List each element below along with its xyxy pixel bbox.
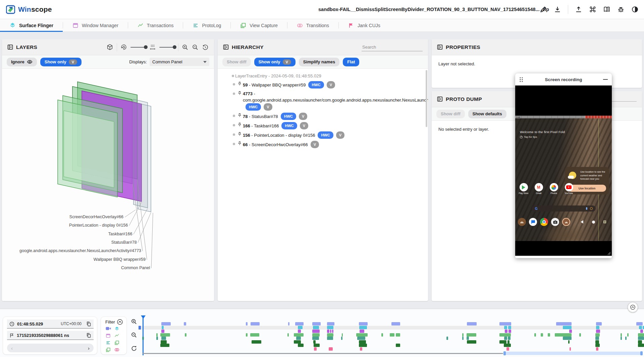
timeline-block-view-capture-b[interactable]: [160, 344, 169, 347]
timeline-block-protolog[interactable]: [508, 337, 511, 340]
timeline-block-transactions[interactable]: [342, 333, 343, 337]
proto-search-underline[interactable]: [609, 101, 637, 102]
show-only-button[interactable]: Show only V: [254, 58, 296, 66]
hierarchy-node[interactable]: 66 - ScreenDecorHwcOverlay#66V: [218, 140, 428, 149]
documentation-icon[interactable]: [603, 6, 610, 13]
timeline-block-transactions[interactable]: [499, 333, 511, 337]
show-defaults-button[interactable]: Show defaults: [468, 110, 506, 118]
show-only-button[interactable]: Show only V: [40, 58, 82, 66]
zoom-range-selector[interactable]: [503, 352, 643, 355]
timeline-block-surface-flinger[interactable]: [327, 326, 333, 329]
timeline-block-screen-recording[interactable]: [556, 322, 572, 325]
human-time-field[interactable]: 01:48:55.029 UTC+00:00: [7, 319, 94, 329]
range-handle-left[interactable]: [503, 351, 506, 355]
timeline-block-transactions[interactable]: [462, 333, 464, 337]
filter-protolog-icon[interactable]: [106, 340, 111, 345]
timeline-block-screen-recording[interactable]: [327, 322, 334, 325]
timeline-block-protolog[interactable]: [462, 337, 464, 340]
panel-collapse-icon[interactable]: [223, 44, 229, 50]
timeline-block-screen-recording[interactable]: [288, 322, 289, 325]
timeline-block-protolog[interactable]: [625, 337, 627, 340]
timeline-block-view-capture-a[interactable]: [161, 340, 167, 344]
filter-view-capture-2-icon[interactable]: [106, 347, 111, 352]
spacing-slider[interactable]: [159, 47, 175, 48]
timeline-block-protolog[interactable]: [446, 337, 448, 340]
screen-recording-video[interactable]: 3:48 Welcome to the first Pixel Fold Tap…: [515, 85, 612, 256]
filter-view-capture-icon[interactable]: [114, 340, 119, 345]
timeline-block-surface-flinger[interactable]: [643, 326, 644, 329]
timeline-block-view-capture-b[interactable]: [359, 344, 367, 347]
timeline-block-transactions[interactable]: [287, 333, 289, 337]
tab-jank-cujs[interactable]: Jank CUJs: [339, 19, 390, 32]
screen-recording-titlebar[interactable]: Screen recording: [515, 73, 612, 85]
timeline-block-transactions[interactable]: [541, 333, 543, 337]
timeline-block-transactions[interactable]: [627, 333, 629, 337]
hierarchy-node[interactable]: 4773 - com.google.android.apps.nexuslaun…: [218, 90, 428, 112]
timeline-block-window-manager[interactable]: [569, 330, 572, 333]
timeline-block-transitions[interactable]: [314, 347, 317, 351]
timeline-block-window-manager[interactable]: [505, 330, 507, 333]
timeline-block-surface-flinger[interactable]: [298, 326, 303, 329]
timeline-block-transactions[interactable]: [579, 333, 581, 337]
timeline-block-view-capture-a[interactable]: [568, 340, 570, 344]
tab-protolog[interactable]: ProtoLog: [183, 19, 230, 32]
layers-3d-canvas[interactable]: ScreenDecorHwcOverlay#66PointerLocation …: [2, 69, 214, 301]
timeline-block-transactions[interactable]: [390, 333, 394, 337]
timeline-block-transactions[interactable]: [621, 333, 622, 337]
timeline-block-view-capture-a[interactable]: [595, 340, 599, 344]
timeline-block-transactions[interactable]: [156, 333, 158, 337]
timeline-block-window-manager[interactable]: [640, 330, 643, 333]
ignore-button[interactable]: Ignore: [7, 58, 37, 66]
timeline-block-view-capture-a[interactable]: [499, 340, 506, 344]
timeline-block-protolog[interactable]: [563, 337, 572, 340]
timeline-block-view-capture-a[interactable]: [507, 340, 509, 344]
timeline-block-transactions[interactable]: [246, 333, 248, 337]
hierarchy-search-input[interactable]: [362, 43, 423, 51]
minimize-icon[interactable]: [603, 79, 608, 80]
timeline-block-transactions[interactable]: [185, 333, 186, 337]
timeline-block-view-capture-a[interactable]: [313, 340, 316, 344]
timeline-block-window-manager[interactable]: [330, 330, 331, 333]
frame-stepper[interactable]: ‹ ›: [7, 344, 94, 352]
timeline-block-transactions[interactable]: [555, 333, 572, 337]
timeline-block-protolog[interactable]: [621, 337, 622, 340]
filter-screen-recording-icon[interactable]: [106, 326, 111, 331]
panel-collapse-icon[interactable]: [437, 44, 443, 50]
timeline-block-transactions[interactable]: [534, 333, 536, 337]
edit-icon[interactable]: [540, 6, 547, 13]
scrollbar-thumb[interactable]: [426, 70, 427, 127]
timeline-block-transactions[interactable]: [638, 333, 644, 337]
timeline-block-protolog[interactable]: [467, 337, 469, 340]
upload-icon[interactable]: [575, 6, 582, 13]
timeline-block-transactions[interactable]: [467, 333, 476, 337]
tree-root-entry[interactable]: LayerTraceEntry - 2024-05-09, 01:48:55.0…: [218, 72, 428, 80]
show-diff-button[interactable]: Show diff: [222, 58, 251, 66]
timeline-block-view-capture-b[interactable]: [298, 344, 304, 347]
filter-window-manager-icon[interactable]: [106, 333, 111, 338]
timeline-block-protolog[interactable]: [327, 337, 333, 340]
timeline-block-protolog[interactable]: [142, 337, 144, 340]
timeline-block-transitions[interactable]: [596, 347, 598, 351]
zoom-in-icon[interactable]: [182, 44, 189, 51]
timeline-block-surface-flinger[interactable]: [359, 326, 367, 329]
timeline-block-transactions[interactable]: [294, 333, 304, 337]
rotation-slider[interactable]: [130, 47, 146, 48]
timeline-block-transitions[interactable]: [506, 347, 509, 351]
timeline-block-view-capture-b[interactable]: [314, 344, 320, 347]
timeline-block-transactions[interactable]: [250, 333, 259, 337]
report-bug-icon[interactable]: [617, 6, 625, 13]
shortcuts-icon[interactable]: [589, 6, 596, 13]
timeline-block-window-manager[interactable]: [327, 330, 329, 333]
displays-select[interactable]: Common Panel: [150, 58, 209, 66]
copy-icon[interactable]: [86, 333, 91, 338]
timeline-block-protolog[interactable]: [357, 337, 365, 340]
timeline-block-surface-flinger[interactable]: [504, 326, 507, 329]
panel-collapse-icon[interactable]: [437, 96, 443, 102]
timeline-block-window-manager[interactable]: [298, 330, 301, 333]
timeline-block-screen-recording[interactable]: [499, 322, 511, 325]
timeline-zoom-out-icon[interactable]: [131, 332, 137, 338]
reset-view-icon[interactable]: [202, 44, 209, 51]
range-handle-right[interactable]: [640, 351, 643, 355]
spacing-icon[interactable]: [149, 44, 156, 51]
hierarchy-node[interactable]: 166 - Taskbar#166HWCV: [218, 121, 428, 130]
